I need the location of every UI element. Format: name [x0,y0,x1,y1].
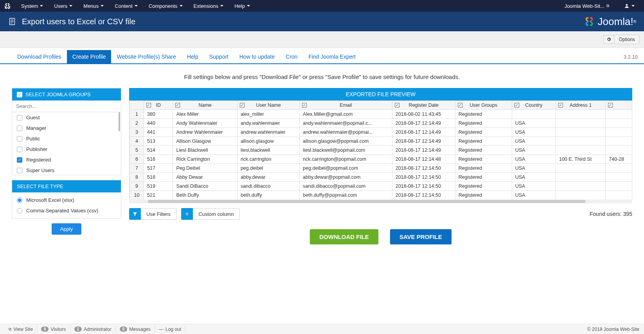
tab-support[interactable]: Support [204,50,234,63]
joomla-icon[interactable] [4,2,11,9]
tab-help[interactable]: Help [182,50,204,63]
column-header[interactable]: ✓User Name [237,101,299,110]
groups-list[interactable]: GuestManagerPublicPublisher✓RegisteredSu… [12,112,121,175]
column-header[interactable]: ✓Name [173,101,237,110]
menu-extensions[interactable]: Extensions [188,1,229,11]
column-checkbox[interactable]: ✓ [146,103,151,108]
cell-name: Abby Dewar [173,173,237,182]
menu-content[interactable]: Content [109,1,143,11]
custom-column-button[interactable]: Custom column [181,208,239,220]
cell-username: sandi.dibacco [237,182,299,191]
column-checkbox[interactable]: ✓ [608,103,613,108]
cell-email: allison.glasgow@popmail.com [300,137,392,146]
column-label: Address 1 [559,102,602,108]
checkbox[interactable] [17,168,22,173]
cell-name: Liesl Blackwell [173,146,237,155]
options-button[interactable]: Options [603,35,639,44]
radio[interactable] [17,208,22,214]
cell-name: Sandi DiBacco [173,182,237,191]
table-row: 2 440 Andy Wahlenmaier andy.wahlenmaier … [130,119,632,128]
user-menu[interactable] [619,1,640,11]
column-label: Name [176,102,234,108]
tab-download-profiles[interactable]: Download Profiles [12,50,67,63]
group-item[interactable]: Manager [12,123,121,133]
column-checkbox[interactable]: ✓ [302,103,307,108]
horizontal-scrollbar[interactable] [129,199,632,203]
download-file-button[interactable]: DOWNLOAD FILE [310,229,378,244]
column-checkbox[interactable]: ✓ [514,103,519,108]
group-item[interactable]: Super Users [12,165,121,175]
filetype-panel: SELECT FILE TYPE Microsoft Excel (xlsx)C… [12,180,121,219]
filetype-item[interactable]: Microsoft Excel (xlsx) [12,195,121,205]
tab-how-to-update[interactable]: How to update [234,50,280,63]
cell-name: Allison Glasgow [173,137,237,146]
cell-register-date: 2018-08-17 12:14:50 [392,182,455,191]
column-header[interactable]: ✓Country [512,101,556,110]
column-header[interactable]: ✓Email [300,101,392,110]
group-item[interactable]: Publisher [12,144,121,154]
filetype-item[interactable]: Comma-Separated Values (csv) [12,205,121,216]
checkbox[interactable] [17,126,22,131]
group-item[interactable]: Public [12,133,121,144]
row-number: 2 [130,119,144,128]
tab-cron[interactable]: Cron [280,50,303,63]
checkbox[interactable]: ✓ [17,157,22,163]
cell-email: beth.duffy@popmail.com [300,191,392,200]
column-checkbox[interactable]: ✓ [175,103,180,108]
menu-menus[interactable]: Menus [78,1,109,11]
tab-find-expert[interactable]: Find Joomla Expert [303,50,361,63]
group-label: Guest [26,115,40,120]
caret-down-icon [247,5,250,7]
cell-username: andrew.wahlenmaier [237,128,299,137]
column-header[interactable]: ✓Address 1 [556,101,605,110]
cell-register-date: 2018-08-17 12:14:49 [392,137,455,146]
column-checkbox[interactable]: ✓ [558,103,563,108]
site-link[interactable]: Joomla Web-Sit... ⧉ [559,1,615,11]
external-link-icon: ⧉ [606,4,609,8]
groups-search-input[interactable] [12,101,121,112]
column-header[interactable]: ✓User Groups [455,101,512,110]
menu-help[interactable]: Help [229,1,255,11]
cell-address [556,146,605,155]
cell-id: 440 [144,119,173,128]
cell-id: 513 [144,137,173,146]
menu-users[interactable]: Users [49,1,78,11]
apply-button[interactable]: Apply [52,223,82,235]
checkbox[interactable] [17,115,22,120]
menu-system[interactable]: System [16,1,49,11]
save-profile-button[interactable]: SAVE PROFILE [390,229,452,244]
column-header[interactable]: ✓ID [144,101,173,110]
column-label: Register Date [396,102,452,108]
cell-country: USA [512,119,556,128]
tab-create-profile[interactable]: Create Profile [67,50,112,63]
caret-down-icon [69,5,72,7]
group-item[interactable]: ✓Registered [12,154,121,165]
cell-extra [606,164,632,173]
use-filters-button[interactable]: Use Filters [129,208,176,220]
cell-username: liesl.blackwell [237,146,299,155]
column-header[interactable]: ✓Register Date [392,101,455,110]
column-header[interactable]: ✓ [606,101,632,110]
checkbox[interactable] [17,136,22,142]
options-label[interactable]: Options [615,35,639,44]
column-checkbox[interactable]: ✓ [395,103,399,108]
tab-website-profile-share[interactable]: Website Profile(s) Share [111,50,181,63]
cell-extra [606,146,632,155]
cell-id: 521 [144,191,173,200]
scrollbar-thumb[interactable] [119,112,120,131]
row-number: 6 [130,155,144,164]
cell-country: USA [512,191,556,200]
group-item[interactable]: Guest [12,112,121,123]
cell-user-groups: Registered [455,146,512,155]
cell-address [556,182,605,191]
cell-extra [606,137,632,146]
select-all-checkbox[interactable]: ✓ [17,92,22,97]
cell-address [556,128,605,137]
menu-components[interactable]: Components [143,1,188,11]
checkbox[interactable] [17,147,22,152]
column-checkbox[interactable]: ✓ [240,103,245,108]
gear-icon[interactable] [603,35,614,44]
cell-id: 517 [144,164,173,173]
radio[interactable] [17,198,22,203]
column-checkbox[interactable]: ✓ [458,103,462,108]
